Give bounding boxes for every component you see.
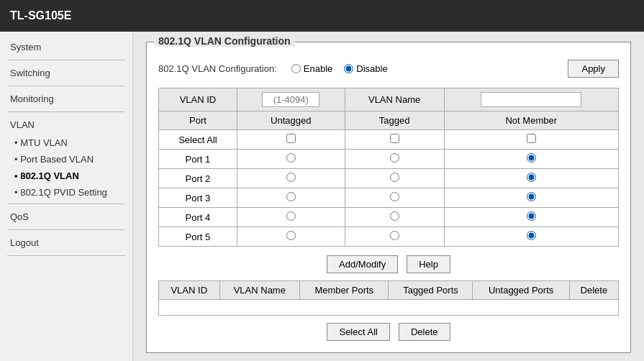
apply-button[interactable]: Apply [568, 60, 619, 78]
vlan-list-table: VLAN ID VLAN Name Member Ports Tagged Po… [158, 280, 619, 316]
divider-1 [7, 60, 125, 60]
port1-label: Port 1 [159, 150, 237, 169]
select-all-row: Select All [159, 130, 619, 150]
sidebar-item-qos[interactable]: QoS [0, 207, 132, 227]
sidebar-item-8021q-pvid[interactable]: • 802.1Q PVID Setting [0, 184, 132, 201]
port3-row: Port 3 [159, 188, 619, 208]
delete-button[interactable]: Delete [399, 323, 450, 341]
port-header: Port [159, 111, 237, 130]
enable-label: Enable [304, 63, 332, 74]
select-all-button[interactable]: Select All [327, 323, 389, 341]
select-delete-row: Select All Delete [158, 323, 619, 341]
port3-tagged[interactable] [390, 192, 399, 201]
port4-row: Port 4 [159, 208, 619, 227]
sidebar-item-port-based-vlan[interactable]: • Port Based VLAN [0, 151, 132, 168]
section-title: 802.1Q VLAN Configuration [154, 35, 295, 47]
sidebar-item-mtu-vlan[interactable]: • MTU VLAN [0, 134, 132, 151]
bottom-untagged-ports-header: Untagged Ports [473, 281, 569, 300]
app-title: TL-SG105E [10, 9, 71, 22]
divider-2 [7, 86, 125, 86]
config-row: 802.1Q VLAN Configuration: Enable Disabl… [158, 60, 619, 78]
port5-row: Port 5 [159, 227, 619, 247]
port2-row: Port 2 [159, 169, 619, 188]
divider-6 [7, 255, 125, 256]
vlan-id-header: VLAN ID [159, 88, 237, 111]
divider-3 [7, 111, 125, 112]
port4-not-member[interactable] [527, 211, 536, 221]
vlan-name-input-cell [444, 88, 618, 111]
select-all-untagged-cell [237, 130, 345, 150]
port2-not-member[interactable] [527, 173, 536, 182]
sidebar-item-logout[interactable]: Logout [0, 233, 132, 252]
select-all-tagged[interactable] [390, 134, 399, 143]
sidebar-item-switching[interactable]: Switching [0, 63, 132, 83]
config-label: 802.1Q VLAN Configuration: [158, 63, 277, 74]
port2-label: Port 2 [159, 169, 237, 188]
divider-4 [7, 204, 125, 204]
port4-label: Port 4 [159, 208, 237, 227]
port4-untagged[interactable] [286, 211, 296, 221]
divider-5 [7, 229, 125, 230]
action-buttons-row: Add/Modify Help [158, 255, 619, 273]
port2-untagged[interactable] [286, 173, 296, 182]
disable-option[interactable]: Disable [344, 63, 387, 74]
vlan-name-header: VLAN Name [345, 88, 444, 111]
radio-group: Enable Disable [291, 63, 568, 74]
port4-tagged[interactable] [390, 211, 399, 221]
not-member-header: Not Member [444, 111, 618, 130]
select-all-tagged-cell [345, 130, 444, 150]
port5-label: Port 5 [159, 227, 237, 247]
enable-radio[interactable] [291, 64, 301, 73]
select-all-label: Select All [159, 130, 237, 150]
sidebar-item-8021q-vlan[interactable]: • 802.1Q VLAN [0, 168, 132, 184]
port1-row: Port 1 [159, 150, 619, 169]
select-all-not-member-cell [444, 130, 618, 150]
port3-label: Port 3 [159, 188, 237, 208]
disable-label: Disable [356, 63, 387, 74]
add-modify-button[interactable]: Add/Modify [327, 255, 398, 273]
port3-untagged[interactable] [286, 192, 296, 201]
bottom-vlan-id-header: VLAN ID [159, 281, 220, 300]
bottom-vlan-name-header: VLAN Name [219, 281, 300, 300]
bottom-tagged-ports-header: Tagged Ports [389, 281, 473, 300]
port1-tagged[interactable] [390, 153, 399, 163]
port5-not-member[interactable] [527, 231, 536, 240]
vlan-id-input[interactable] [262, 92, 319, 107]
disable-radio[interactable] [344, 64, 353, 73]
vlan-id-input-cell [237, 88, 345, 111]
bottom-member-ports-header: Member Ports [300, 281, 389, 300]
help-button[interactable]: Help [407, 255, 450, 273]
port1-untagged[interactable] [286, 153, 296, 163]
select-all-untagged[interactable] [286, 134, 296, 143]
sidebar-item-monitoring[interactable]: Monitoring [0, 89, 132, 109]
empty-row [159, 300, 619, 316]
port1-not-member[interactable] [527, 153, 536, 163]
select-all-not-member[interactable] [527, 134, 536, 143]
port5-tagged[interactable] [390, 231, 399, 240]
bottom-delete-header: Delete [569, 281, 618, 300]
sidebar-item-vlan: VLAN [0, 115, 132, 134]
section-container: 802.1Q VLAN Configuration 802.1Q VLAN Co… [146, 42, 631, 353]
vlan-config-table: VLAN ID VLAN Name Port [158, 88, 619, 247]
port5-untagged[interactable] [286, 231, 296, 240]
vlan-name-input[interactable] [481, 92, 581, 107]
port2-tagged[interactable] [390, 173, 399, 182]
port3-not-member[interactable] [527, 192, 536, 201]
enable-option[interactable]: Enable [291, 63, 332, 74]
tagged-header: Tagged [345, 111, 444, 130]
sidebar-item-system[interactable]: System [0, 37, 132, 57]
untagged-header: Untagged [237, 111, 345, 130]
